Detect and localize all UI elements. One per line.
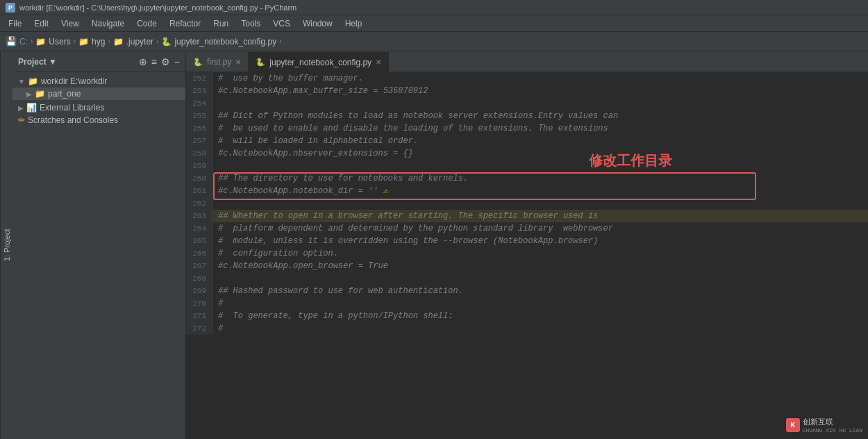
- line-content-260[interactable]: ## The directory to use for notebooks an…: [212, 172, 468, 185]
- code-line-253: 253#c.NotebookApp.max_buffer_size = 5368…: [186, 85, 868, 97]
- drive-icon: 💾: [6, 36, 17, 47]
- tree-item-external-libs[interactable]: ▶ 📊 External Libraries: [12, 101, 185, 114]
- line-content-265[interactable]: # module, unless it is overridden using …: [212, 235, 598, 247]
- line-content-266[interactable]: # configuration option.: [212, 247, 338, 260]
- main-layout: 1: Project Project ▼ ⊕ ≡ ⚙ − ▼ 📁 workdir…: [0, 51, 868, 439]
- line-number-258: 258: [186, 147, 212, 160]
- code-lines-container: 252# use by the buffer manager.253#c.Not…: [186, 72, 868, 335]
- code-editor[interactable]: 252# use by the buffer manager.253#c.Not…: [186, 72, 868, 439]
- menu-item-help[interactable]: Help: [340, 17, 368, 31]
- tab-jupyter-config[interactable]: 🐍 jupyter_notebook_config.py ✕: [249, 52, 389, 72]
- add-icon[interactable]: ⊕: [139, 56, 147, 67]
- expand-arrow-part-one: ▶: [26, 90, 32, 98]
- code-line-267: 267#c.NotebookApp.open_browser = True: [186, 260, 868, 272]
- expand-arrow-workdir: ▼: [18, 78, 25, 85]
- line-number-257: 257: [186, 135, 212, 147]
- tab-icon-jupyter: 🐍: [256, 58, 265, 67]
- line-content-254[interactable]: [212, 97, 218, 110]
- tree-item-scratches[interactable]: ✏ Scratches and Consoles: [12, 114, 185, 126]
- editor-area: 🐍 first.py ✕ 🐍 jupyter_notebook_config.p…: [186, 51, 868, 439]
- line-content-258[interactable]: #c.NotebookApp.nbserver_extensions = {}: [212, 147, 413, 160]
- logo-icon: K: [786, 418, 800, 432]
- logo-sub: CHUANG XIN HU LIAN: [803, 427, 862, 433]
- warning-icon-261: ⚠: [383, 187, 388, 195]
- tree-label-ext-libs: External Libraries: [40, 103, 104, 113]
- line-number-268: 268: [186, 272, 212, 285]
- line-content-255[interactable]: ## Dict of Python modules to load as not…: [212, 110, 618, 122]
- app-icon: P: [6, 3, 15, 13]
- menu-item-navigate[interactable]: Navigate: [86, 17, 130, 31]
- line-content-269[interactable]: ## Hashed password to use for web authen…: [212, 285, 463, 297]
- side-panel-label[interactable]: 1: Project: [0, 51, 12, 439]
- menu-item-view[interactable]: View: [56, 17, 85, 31]
- code-line-266: 266# configuration option.: [186, 247, 868, 260]
- line-content-259[interactable]: [212, 160, 218, 172]
- menu-item-edit[interactable]: Edit: [28, 17, 54, 31]
- menu-item-tools[interactable]: Tools: [235, 17, 266, 31]
- code-line-272: 272#: [186, 322, 868, 335]
- line-content-262[interactable]: [212, 197, 218, 210]
- folder-icon-users: 📁: [35, 37, 46, 47]
- line-number-255: 255: [186, 110, 212, 122]
- line-content-271[interactable]: # To generate, type in a python/IPython …: [212, 310, 453, 322]
- project-tree: ▼ 📁 workdir E:\workdir ▶ 📁 part_one ▶ 📊 …: [12, 72, 185, 439]
- menu-item-run[interactable]: Run: [208, 17, 234, 31]
- side-label-text: 1: Project: [3, 229, 11, 261]
- line-content-270[interactable]: #: [212, 297, 223, 310]
- line-content-264[interactable]: # platform dependent and determined by t…: [212, 222, 613, 235]
- line-content-268[interactable]: [212, 272, 218, 285]
- menu-item-vcs[interactable]: VCS: [267, 17, 296, 31]
- gear-icon[interactable]: ⚙: [161, 56, 170, 67]
- line-number-267: 267: [186, 260, 212, 272]
- line-content-253[interactable]: #c.NotebookApp.max_buffer_size = 5368709…: [212, 85, 428, 97]
- menu-item-file[interactable]: File: [3, 17, 27, 31]
- line-content-252[interactable]: # use by the buffer manager.: [212, 72, 363, 85]
- code-line-255: 255## Dict of Python modules to load as …: [186, 110, 868, 122]
- tree-item-part-one[interactable]: ▶ 📁 part_one: [12, 88, 185, 100]
- line-content-263[interactable]: ## Whether to open in a browser after st…: [212, 210, 598, 222]
- tab-first-py[interactable]: 🐍 first.py ✕: [186, 52, 249, 72]
- line-content-267[interactable]: #c.NotebookApp.open_browser = True: [212, 260, 388, 272]
- line-number-259: 259: [186, 160, 212, 172]
- close-panel-icon[interactable]: −: [174, 56, 180, 67]
- menu-item-code[interactable]: Code: [131, 17, 162, 31]
- breadcrumb-bar: 💾 C: › 📁 Users › 📁 hyg › 📁 .jupyter › 🐍 …: [0, 32, 868, 51]
- project-title: Project ▼: [18, 57, 135, 67]
- line-number-270: 270: [186, 297, 212, 310]
- code-line-252: 252# use by the buffer manager.: [186, 72, 868, 85]
- code-line-261: 261#c.NotebookApp.notebook_dir = '' ⚠: [186, 185, 868, 197]
- line-content-272[interactable]: #: [212, 322, 223, 335]
- sep3: ›: [108, 38, 110, 45]
- menu-item-window[interactable]: Window: [297, 17, 338, 31]
- menu-item-refactor[interactable]: Refactor: [164, 17, 206, 31]
- breadcrumb-users[interactable]: 📁 Users: [35, 37, 70, 47]
- code-line-268: 268: [186, 272, 868, 285]
- breadcrumb-jupyter[interactable]: 📁 .jupyter: [113, 37, 153, 47]
- tab-close-first[interactable]: ✕: [235, 58, 241, 66]
- line-content-261[interactable]: #c.NotebookApp.notebook_dir = '' ⚠: [212, 185, 387, 197]
- tree-label-scratches: Scratches and Consoles: [28, 115, 118, 125]
- scratches-icon: ✏: [18, 115, 25, 125]
- line-number-253: 253: [186, 85, 212, 97]
- line-content-257[interactable]: # will be loaded in alphabetical order.: [212, 135, 418, 147]
- code-line-270: 270#: [186, 297, 868, 310]
- code-line-256: 256# be used to enable and disable the l…: [186, 122, 868, 135]
- tab-close-jupyter[interactable]: ✕: [376, 58, 381, 66]
- breadcrumb-hyg[interactable]: 📁 hyg: [78, 37, 105, 47]
- line-number-264: 264: [186, 222, 212, 235]
- project-header: Project ▼ ⊕ ≡ ⚙ −: [12, 51, 185, 72]
- tree-item-workdir[interactable]: ▼ 📁 workdir E:\workdir: [12, 75, 185, 88]
- line-number-271: 271: [186, 310, 212, 322]
- folder-icon-hyg: 📁: [78, 37, 89, 47]
- library-icon: 📊: [26, 103, 37, 113]
- collapse-icon[interactable]: ≡: [151, 56, 157, 67]
- folder-icon-workdir: 📁: [28, 76, 38, 86]
- project-panel: Project ▼ ⊕ ≡ ⚙ − ▼ 📁 workdir E:\workdir…: [12, 51, 186, 439]
- breadcrumb-c[interactable]: C:: [19, 37, 28, 47]
- tab-icon-first: 🐍: [193, 58, 203, 67]
- tab-label-first: first.py: [207, 57, 231, 67]
- line-content-256[interactable]: # be used to enable and disable the load…: [212, 122, 608, 135]
- breadcrumb-file[interactable]: 🐍 jupyter_notebook_config.py: [161, 37, 276, 47]
- sep4: ›: [156, 38, 158, 45]
- sep2: ›: [74, 38, 76, 45]
